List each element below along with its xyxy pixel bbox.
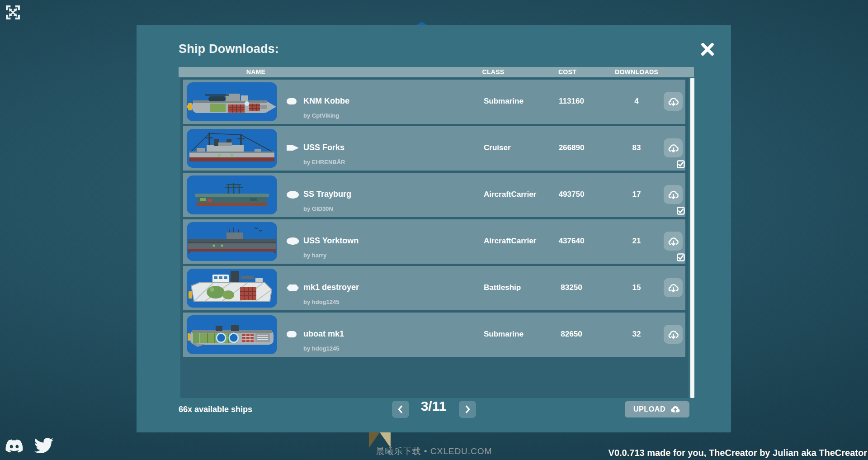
- cloud-download-icon: [667, 142, 679, 154]
- ship-downloads-count: 83: [609, 143, 664, 152]
- ship-row[interactable]: KNM Kobbe by CptViking Submarine 113160 …: [183, 80, 685, 124]
- ship-cost: 437640: [540, 237, 603, 246]
- download-button[interactable]: [664, 232, 683, 251]
- table-body: KNM Kobbe by CptViking Submarine 113160 …: [180, 78, 689, 398]
- checked-checkbox-icon: [677, 207, 685, 215]
- ship-silhouette-icon: [287, 144, 299, 152]
- ship-cost: 493750: [540, 190, 603, 199]
- download-button[interactable]: [664, 92, 683, 111]
- discord-icon[interactable]: [4, 437, 24, 455]
- close-button[interactable]: [699, 41, 716, 57]
- ship-author: by harry: [303, 252, 326, 259]
- ship-thumbnail: [187, 269, 277, 308]
- ship-thumbnail: [187, 175, 277, 214]
- ship-author: by hdog1245: [303, 299, 339, 305]
- download-button[interactable]: [664, 325, 683, 344]
- ship-name: KNM Kobbe: [303, 96, 349, 106]
- ship-cost: 83250: [540, 283, 603, 292]
- scrollbar[interactable]: [690, 78, 694, 398]
- downloaded-checkbox[interactable]: [677, 253, 685, 261]
- ship-downloads-count: 21: [609, 237, 664, 246]
- ship-class: Cruiser: [484, 143, 511, 152]
- ship-cost: 113160: [540, 97, 603, 106]
- download-button[interactable]: [664, 185, 683, 204]
- ship-silhouette-icon: [287, 285, 299, 291]
- page-indicator: 3/11: [406, 398, 461, 414]
- ship-cost: 266890: [540, 143, 603, 152]
- cloud-download-icon: [667, 189, 679, 201]
- download-button[interactable]: [664, 278, 683, 297]
- ship-author: by CptViking: [303, 112, 339, 119]
- ship-row[interactable]: USS Yorktown by harry AircraftCarrier 43…: [183, 219, 685, 264]
- ship-author: by hdog1245: [303, 345, 339, 352]
- ship-name: uboat mk1: [303, 329, 344, 339]
- ship-row[interactable]: USS Forks by EHRENBÄR Cruiser 266890 83: [183, 126, 685, 171]
- cloud-download-icon: [667, 95, 679, 108]
- ship-author: by EHRENBÄR: [303, 159, 345, 166]
- ship-class: Submarine: [484, 97, 524, 106]
- ship-downloads-count: 15: [609, 283, 664, 292]
- ship-class: AircraftCarrier: [484, 237, 536, 246]
- twitter-icon[interactable]: [33, 436, 54, 455]
- column-header-class: CLASS: [482, 68, 505, 76]
- ship-cost: 82650: [540, 330, 603, 339]
- ship-silhouette-icon: [287, 331, 297, 337]
- ship-downloads-dialog: Ship Downloads: NAME CLASS COST DOWNLOAD…: [137, 25, 731, 432]
- ship-silhouette-icon: [287, 237, 299, 245]
- ship-name: USS Forks: [303, 143, 344, 152]
- ship-row[interactable]: mk1 destroyer by hdog1245 Battleship 832…: [183, 266, 685, 310]
- upload-label: UPLOAD: [633, 405, 665, 413]
- ship-silhouette-icon: [287, 98, 297, 104]
- table-header: NAME CLASS COST DOWNLOADS: [179, 67, 694, 77]
- column-header-name: NAME: [246, 68, 265, 76]
- downloaded-checkbox[interactable]: [677, 207, 685, 215]
- ship-class: AircraftCarrier: [484, 190, 536, 199]
- ship-downloads-count: 17: [609, 190, 664, 199]
- next-page-button[interactable]: [459, 401, 476, 418]
- ship-name: SS Trayburg: [303, 190, 351, 199]
- available-ships-count: 66x available ships: [179, 405, 252, 414]
- chevron-left-icon: [396, 404, 406, 414]
- ship-silhouette-icon: [287, 191, 299, 199]
- column-header-cost: COST: [558, 68, 576, 76]
- ship-thumbnail: [187, 222, 277, 261]
- cloud-upload-icon: [670, 404, 681, 415]
- ship-thumbnail: [187, 129, 277, 168]
- downloaded-checkbox[interactable]: [677, 160, 685, 168]
- upload-button[interactable]: UPLOAD: [625, 401, 689, 417]
- ship-class: Submarine: [484, 330, 524, 339]
- cloud-download-icon: [667, 282, 679, 294]
- checked-checkbox-icon: [677, 253, 685, 261]
- ship-downloads-count: 32: [609, 330, 664, 339]
- version-text: V0.0.713 made for you, TheCreator by Jul…: [609, 448, 867, 458]
- close-x-icon: [699, 41, 716, 57]
- ship-thumbnail: [187, 82, 277, 121]
- column-header-downloads: DOWNLOADS: [615, 68, 658, 76]
- ship-row[interactable]: SS Trayburg by GID30N AircraftCarrier 49…: [183, 173, 685, 217]
- ship-row[interactable]: uboat mk1 by hdog1245 Submarine 82650 32: [183, 313, 685, 357]
- ship-name: USS Yorktown: [303, 236, 359, 246]
- cloud-download-icon: [667, 235, 679, 247]
- ship-downloads-count: 4: [609, 97, 664, 106]
- ship-name: mk1 destroyer: [303, 283, 359, 292]
- dialog-title: Ship Downloads:: [179, 42, 279, 56]
- game-screen: Ship Downloads: NAME CLASS COST DOWNLOAD…: [0, 0, 868, 460]
- ship-thumbnail: [187, 315, 277, 354]
- download-button[interactable]: [664, 138, 683, 157]
- ship-class: Battleship: [484, 283, 521, 292]
- watermark: 晨曦乐下载 • CXLEDU.COM: [376, 446, 492, 457]
- checked-checkbox-icon: [677, 160, 685, 168]
- fullscreen-icon[interactable]: [5, 4, 21, 21]
- ship-author: by GID30N: [303, 205, 333, 212]
- cloud-download-icon: [667, 328, 679, 341]
- chevron-right-icon: [462, 404, 472, 414]
